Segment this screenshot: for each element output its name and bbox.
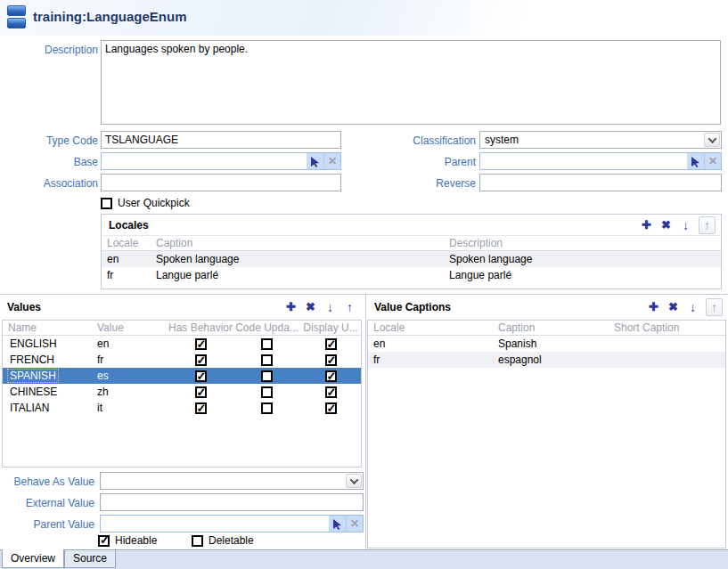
name-cell: ITALIAN [3,400,92,416]
has-behavior-checkbox[interactable] [195,386,207,398]
divider [365,295,366,549]
type-code-input[interactable] [101,131,341,149]
value-captions-table: Locale Caption Short Caption en Spanish … [367,320,726,549]
delete-icon[interactable]: ✖ [659,217,673,233]
parent-input[interactable] [480,153,687,169]
move-down-icon[interactable]: ↓ [686,299,699,315]
move-down-icon[interactable]: ↓ [679,217,692,233]
add-icon[interactable]: ✚ [640,217,653,233]
classification-label: Classification [364,134,476,148]
caption-cell: Langue parlé [151,267,444,283]
column-header: Short Caption [609,320,725,336]
header: training:LanguageEnum [0,0,728,36]
value-captions-header-row: Locale Caption Short Caption [368,321,725,336]
bottom-tab-bar: Overview Source [0,549,728,569]
description-label: Description [0,43,98,57]
parent-picker: ✕ [479,152,722,170]
display-update-cell [300,354,361,366]
display-update-cell [300,338,361,350]
base-clear-button[interactable]: ✕ [323,153,340,169]
tab-source[interactable]: Source [64,550,116,568]
code-update-checkbox[interactable] [261,338,273,350]
parent-clear-button[interactable]: ✕ [704,153,721,169]
classification-value: system [480,132,703,148]
deletable-field: Deletable [192,534,254,547]
classification-dropdown-button[interactable] [704,133,720,147]
locales-panel: Locales ✚ ✖ ↓ ↑ Locale Caption Descripti… [101,214,722,289]
table-row[interactable]: en Spoken language Spoken language [102,251,721,267]
display-update-checkbox[interactable] [325,402,337,414]
move-up-icon[interactable]: ↑ [699,216,716,234]
display-update-checkbox[interactable] [325,386,337,398]
parent-value-pick-button[interactable] [329,516,346,532]
external-value-label: External Value [0,496,94,510]
display-update-cell [300,402,361,414]
parent-value-input[interactable] [101,516,329,532]
add-icon[interactable]: ✚ [284,299,298,315]
code-update-cell [233,338,300,350]
description-cell: Langue parlé [444,267,721,283]
display-update-checkbox[interactable] [325,338,337,350]
user-quickpick-field: User Quickpick [101,197,190,209]
code-update-checkbox[interactable] [261,386,273,398]
table-row[interactable]: fr espagnol [368,352,725,368]
reverse-input[interactable] [479,174,722,191]
value-captions-title: Value Captions [374,301,451,313]
value-cell: es [92,368,168,384]
has-behavior-checkbox[interactable] [195,354,207,366]
base-pick-button[interactable] [307,153,323,169]
description-input[interactable]: Languages spoken by people. [101,40,721,125]
has-behavior-checkbox[interactable] [195,338,207,350]
code-update-checkbox[interactable] [261,402,273,414]
association-input[interactable] [101,174,341,191]
external-value-input[interactable] [100,493,364,511]
table-row[interactable]: fr Langue parlé Langue parlé [102,267,721,283]
behave-as-value-dropdown-button[interactable] [346,474,362,488]
code-update-checkbox[interactable] [261,370,273,382]
move-up-icon[interactable]: ↑ [706,298,723,316]
column-header: Caption [151,235,444,251]
has-behavior-cell [168,402,233,414]
parent-value-clear-button[interactable]: ✕ [346,516,363,532]
tab-overview[interactable]: Overview [2,549,64,568]
has-behavior-checkbox[interactable] [195,402,207,414]
values-panel-header: Values ✚ ✖ ↓ ↑ [0,296,364,319]
table-row[interactable]: en Spanish [368,336,725,352]
table-row[interactable]: ITALIAN it [3,400,361,416]
table-row[interactable]: SPANISH es [3,368,361,384]
value-cell: it [92,400,168,416]
description-cell: Spoken language [444,251,721,267]
behave-as-value-select[interactable] [100,472,364,490]
table-row[interactable]: ENGLISH en [3,336,361,352]
name-cell: ENGLISH [3,336,92,352]
has-behavior-checkbox[interactable] [195,370,207,382]
behave-as-value-text [101,473,345,489]
display-update-checkbox[interactable] [325,370,337,382]
delete-icon[interactable]: ✖ [304,299,317,315]
delete-icon[interactable]: ✖ [667,299,680,315]
table-row[interactable]: FRENCH fr [3,352,361,368]
name-cell: SPANISH [3,368,92,384]
parent-label: Parent [364,155,476,169]
hideable-checkbox[interactable] [98,535,110,547]
column-header: Has Behavior [168,320,233,336]
column-header: Caption [493,320,609,336]
deletable-checkbox[interactable] [192,535,203,547]
classification-select[interactable]: system [479,131,722,149]
pick-arrow-icon [309,156,321,167]
has-behavior-cell [168,386,233,398]
parent-pick-button[interactable] [687,153,704,169]
add-icon[interactable]: ✚ [647,299,660,315]
code-update-checkbox[interactable] [261,354,273,366]
table-row[interactable]: CHINESE zh [3,384,361,400]
page-title: training:LanguageEnum [33,9,187,24]
column-header: Locale [368,320,493,336]
user-quickpick-checkbox[interactable] [101,198,112,209]
move-down-icon[interactable]: ↓ [323,299,337,315]
display-update-checkbox[interactable] [325,354,337,366]
locales-toolbar: ✚ ✖ ↓ ↑ [640,216,716,234]
hideable-label: Hideable [115,534,157,547]
pick-arrow-icon [331,518,343,530]
move-up-icon[interactable]: ↑ [343,299,356,315]
base-input[interactable] [102,153,307,169]
